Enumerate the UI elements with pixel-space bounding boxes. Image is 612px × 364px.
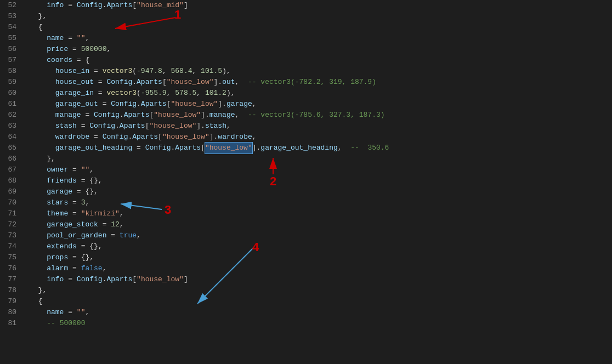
code-token: garage — [226, 99, 252, 110]
line-number: 59 — [4, 77, 16, 88]
code-line: extends = {}, — [30, 241, 612, 252]
line-number: 57 — [4, 55, 16, 66]
code-token: wardrobe — [55, 132, 89, 143]
code-token: "kirmizi" — [81, 208, 120, 219]
line-number: 69 — [4, 186, 16, 197]
code-area[interactable]: info = Config.Aparts["house_mid"] }, { n… — [23, 0, 612, 364]
code-token: garage_out — [55, 99, 98, 110]
code-token: , — [252, 132, 257, 143]
code-line: name = "", — [30, 307, 612, 318]
code-token — [30, 77, 55, 88]
code-token: , — [252, 99, 257, 110]
code-token: . — [115, 121, 120, 132]
line-number: 58 — [4, 66, 16, 77]
code-token: = — [68, 44, 81, 55]
code-token: 101.5 — [201, 66, 222, 77]
code-token: = { — [72, 55, 89, 66]
line-number: 64 — [4, 132, 16, 143]
code-line: coords = { — [30, 55, 612, 66]
code-line: { — [30, 296, 612, 307]
annotation-2: 2 — [270, 174, 276, 189]
code-token: { — [30, 296, 42, 307]
code-token: = — [94, 88, 106, 99]
code-token: -947.8 — [137, 66, 162, 77]
code-token: = — [64, 274, 76, 285]
code-line: }, — [30, 285, 612, 296]
code-token: = — [89, 66, 102, 77]
code-token: = — [132, 143, 145, 153]
code-token: Aparts — [141, 99, 167, 110]
code-line: garage = {}, — [30, 186, 612, 197]
code-token: = — [68, 164, 81, 175]
code-token: 3 — [81, 197, 86, 208]
code-token: ]. — [218, 99, 226, 110]
code-line: }, — [30, 11, 612, 22]
code-token: "house_low" — [205, 143, 252, 153]
code-token: 578.5 — [175, 88, 196, 99]
code-token: Config — [111, 99, 137, 110]
code-token: }, — [30, 11, 47, 22]
code-token: , — [106, 44, 111, 55]
code-token: , — [137, 230, 141, 241]
code-token: owner — [47, 164, 68, 175]
code-token: ( — [132, 66, 137, 77]
code-token: "" — [81, 164, 90, 175]
code-token: = {}, — [77, 241, 103, 252]
code-token: 568.4 — [171, 66, 192, 77]
line-number: 74 — [4, 241, 16, 252]
code-line: pool_or_garden = true, — [30, 230, 612, 241]
code-token: manage — [209, 110, 235, 121]
code-token: vector3 — [106, 88, 137, 99]
code-token: Aparts — [137, 77, 162, 88]
code-token: = — [89, 132, 102, 143]
code-token: Config — [94, 110, 120, 121]
code-token: = — [64, 307, 76, 318]
code-token: props — [47, 252, 68, 263]
code-token: stash — [55, 121, 77, 132]
code-token: = — [64, 0, 76, 11]
code-token: , — [162, 66, 171, 77]
code-token: , — [120, 219, 124, 230]
line-number: 79 — [4, 296, 16, 307]
code-token — [30, 121, 55, 132]
line-number: 54 — [4, 22, 16, 33]
code-token: . — [120, 110, 124, 121]
code-token — [30, 0, 47, 11]
code-token: = — [64, 33, 76, 44]
code-token: house_in — [55, 66, 89, 77]
code-line: -- 500000 — [30, 318, 612, 329]
code-line: props = {}, — [30, 252, 612, 263]
code-token — [30, 274, 47, 285]
code-token: alarm — [47, 263, 68, 274]
code-token — [30, 197, 47, 208]
line-number: 66 — [4, 153, 16, 164]
code-line: owner = "", — [30, 164, 612, 175]
code-token: manage — [55, 110, 81, 121]
line-number: 75 — [4, 252, 16, 263]
line-number: 63 — [4, 121, 16, 132]
code-token: -- — [47, 318, 55, 329]
code-token: , — [192, 66, 201, 77]
code-token: , — [89, 164, 94, 175]
code-token: , — [120, 208, 124, 219]
code-token: = — [106, 230, 119, 241]
code-line: stars = 3, — [30, 197, 612, 208]
code-token: , — [103, 263, 107, 274]
code-token: = — [68, 197, 81, 208]
code-token: [ — [132, 0, 137, 11]
code-token — [30, 66, 55, 77]
code-token — [30, 55, 47, 66]
code-token: pool_or_garden — [47, 230, 106, 241]
code-line: wardrobe = Config.Aparts["house_low"].wa… — [30, 132, 612, 143]
code-token — [30, 164, 47, 175]
code-token: false — [81, 263, 103, 274]
code-token: Aparts — [106, 0, 132, 11]
code-line: info = Config.Aparts["house_low"] — [30, 274, 612, 285]
code-line: garage_out_heading = Config.Aparts["hous… — [30, 143, 612, 153]
code-token: garage_out_heading — [55, 143, 132, 153]
line-number: 73 — [4, 230, 16, 241]
code-token: name — [47, 307, 64, 318]
code-token: -955.9 — [141, 88, 167, 99]
code-token: Aparts — [124, 110, 150, 121]
code-line: house_in = vector3(-947.8, 568.4, 101.5)… — [30, 66, 612, 77]
